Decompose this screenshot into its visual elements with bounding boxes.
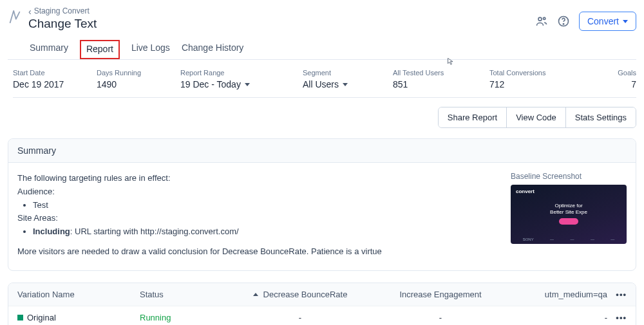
variation-utm: - (511, 313, 607, 322)
variation-swatch-icon (17, 315, 23, 320)
stat-report-range-value[interactable]: 19 Dec - Today (180, 79, 303, 89)
sort-ascending-icon (253, 293, 258, 296)
thumb-brands: SONY———— (511, 237, 627, 241)
table-header-menu[interactable]: ••• (607, 290, 627, 299)
chevron-down-icon (343, 83, 348, 86)
variation-engagement: - (370, 313, 511, 322)
thumb-logo: convert (516, 189, 535, 194)
stat-tested-users-value: 851 (393, 79, 489, 89)
col-header-variation[interactable]: Variation Name (17, 290, 140, 299)
breadcrumb[interactable]: ‹ Staging Convert (28, 6, 97, 15)
stat-total-conversions-label: Total Conversions (489, 69, 592, 77)
tab-report[interactable]: Report (80, 40, 120, 59)
stat-days-running-value: 1490 (97, 79, 180, 89)
variations-table: Variation Name Status Decrease BounceRat… (8, 283, 636, 325)
stat-goals-value: 7 (631, 79, 636, 89)
summary-text: The following targeting rules are in eff… (17, 172, 491, 259)
thumb-cta (559, 218, 578, 225)
stat-start-date-label: Start Date (13, 69, 97, 77)
tab-summary[interactable]: Summary (30, 39, 68, 59)
share-report-button[interactable]: Share Report (439, 107, 506, 127)
stat-report-range-label: Report Range (180, 69, 303, 77)
convert-button[interactable]: Convert (579, 12, 636, 31)
table-header-row: Variation Name Status Decrease BounceRat… (8, 283, 636, 306)
stats-settings-button[interactable]: Stats Settings (565, 107, 636, 127)
action-buttons: Share Report View Code Stats Settings (438, 107, 636, 128)
stat-start-date-value: Dec 19 2017 (13, 79, 97, 89)
stat-segment-value[interactable]: All Users (303, 79, 393, 89)
stat-segment-label: Segment (303, 69, 393, 77)
summary-card: Summary The following targeting rules ar… (8, 138, 636, 271)
col-header-engagement[interactable]: Increase Engagement (370, 290, 511, 299)
page-title: Change Text (28, 17, 97, 31)
summary-including-rest: : URL starting with http://staging.conve… (70, 227, 239, 236)
summary-card-title: Summary (8, 139, 636, 163)
col-header-bounce[interactable]: Decrease BounceRate (230, 290, 370, 299)
help-icon[interactable] (557, 15, 570, 28)
chevron-down-icon (623, 20, 628, 23)
tabs: Summary Report Live Logs Change History (8, 39, 636, 60)
convert-button-label: Convert (587, 16, 619, 26)
stat-days-running-label: Days Running (97, 69, 180, 77)
col-header-utm[interactable]: utm_medium=qa (511, 290, 607, 299)
row-menu-button[interactable]: ••• (607, 313, 627, 322)
stat-goals-label: Goals (618, 69, 636, 77)
svg-point-1 (543, 17, 545, 19)
stats-row: Start Date Dec 19 2017 Days Running 1490… (13, 60, 636, 98)
col-header-status[interactable]: Status (140, 290, 230, 299)
variation-bounce: - (230, 313, 370, 322)
chevron-left-icon: ‹ (28, 7, 32, 16)
tab-change-history[interactable]: Change History (182, 39, 244, 59)
summary-intro: The following targeting rules are in eff… (17, 172, 491, 185)
variation-name: Original (27, 313, 56, 322)
summary-site-areas-label: Site Areas: (17, 212, 491, 225)
thumb-headline: Optimize forBetter Site Expe (511, 203, 627, 216)
chevron-down-icon (245, 83, 250, 86)
breadcrumb-label: Staging Convert (34, 6, 90, 15)
variation-status: Running (140, 313, 230, 322)
stat-tested-users-label: All Tested Users (393, 69, 489, 77)
baseline-screenshot-label: Baseline Screenshot (511, 172, 627, 181)
stat-total-conversions-value: 712 (489, 79, 592, 89)
summary-audience-label: Audience: (17, 185, 491, 199)
table-row: Original Running - - - ••• (8, 306, 636, 325)
svg-point-3 (563, 24, 564, 24)
baseline-screenshot-thumb[interactable]: convert Optimize forBetter Site Expe SON… (511, 185, 627, 244)
summary-including-prefix: Including (33, 227, 70, 236)
summary-conclusion: More visitors are needed to draw a valid… (17, 245, 491, 259)
app-logo (8, 8, 22, 26)
tab-live-logs[interactable]: Live Logs (131, 39, 170, 59)
svg-point-0 (538, 17, 542, 21)
view-code-button[interactable]: View Code (506, 107, 565, 127)
summary-audience-item: Test (33, 199, 491, 212)
share-users-icon[interactable] (535, 15, 548, 28)
